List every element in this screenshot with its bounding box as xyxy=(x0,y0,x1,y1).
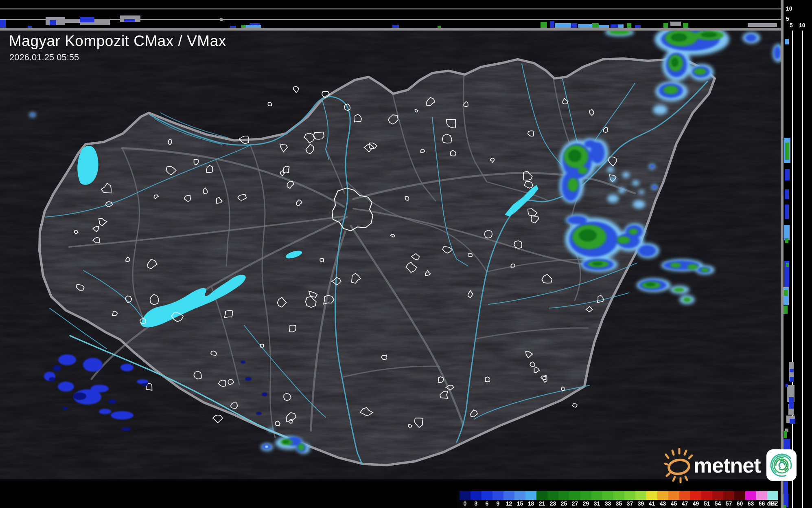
right-axis-label-10: 10 xyxy=(799,22,805,29)
colorbar-cell xyxy=(482,491,492,500)
colorbar-cell xyxy=(657,491,668,500)
colorbar-tick-label: 23 xyxy=(550,500,556,507)
colorbar-tick-label: 27 xyxy=(572,500,578,507)
right-axis-label-5: 5 xyxy=(790,22,793,29)
colorbar-tick-label: 37 xyxy=(627,500,633,507)
projection-echo xyxy=(785,169,790,180)
radar-map xyxy=(0,31,781,508)
page-title: Magyar Kompozit CMax / VMax xyxy=(9,33,226,50)
projection-echo xyxy=(785,205,789,219)
axis-corner: 10 5 5 10 xyxy=(784,0,812,31)
projection-echo xyxy=(80,17,94,22)
projection-echo xyxy=(783,505,786,508)
top-map-border xyxy=(0,28,781,31)
colorbar-unit: dBZ xyxy=(767,500,778,507)
projection-echo xyxy=(790,419,795,424)
colorbar-cell xyxy=(569,491,580,500)
colorbar-tick-label: 0 xyxy=(464,500,467,507)
projection-echo xyxy=(790,369,794,372)
colorbar-tick-label: 29 xyxy=(583,500,589,507)
colorbar-tick-label: 15 xyxy=(517,500,523,507)
colorbar-cell xyxy=(525,491,536,500)
right-map-border xyxy=(781,0,784,508)
colorbar-tick-label: 21 xyxy=(539,500,545,507)
projection-echo xyxy=(785,143,789,160)
colorbar-cell xyxy=(624,491,635,500)
projection-echo xyxy=(784,290,788,296)
colorbar-cell xyxy=(668,491,679,500)
top-axis-label-10: 10 xyxy=(786,5,792,12)
projection-echo xyxy=(683,23,688,28)
dbz-colorbar: 0369121518212325272931333537394143454749… xyxy=(457,490,781,508)
radar-echo-layer xyxy=(265,446,268,448)
metnet-logo: metnet xyxy=(660,446,798,485)
projection-echo xyxy=(124,19,135,22)
colorbar-cell xyxy=(503,491,514,500)
colorbar-tick-label: 49 xyxy=(693,500,699,507)
top-axis-label-5: 5 xyxy=(786,15,789,22)
colorbar-cell xyxy=(679,491,690,500)
colorbar-cell xyxy=(547,491,558,500)
colorbar-tick-label: 9 xyxy=(497,500,500,507)
projection-echo xyxy=(784,431,787,438)
projection-echo xyxy=(789,397,794,409)
colorbar-cell xyxy=(471,491,482,500)
colorbar-cell xyxy=(536,491,547,500)
projection-echo xyxy=(785,238,788,243)
projection-echo xyxy=(0,20,6,28)
colorbar-cell xyxy=(591,491,602,500)
colorbar-tick-label: 3 xyxy=(475,500,478,507)
colorbar-tick-label: 12 xyxy=(506,500,512,507)
logo-wordmark: metnet xyxy=(694,453,760,477)
timestamp: 2026.01.25 05:55 xyxy=(9,52,79,63)
projection-echo xyxy=(670,22,681,26)
metnet-app-icon xyxy=(766,448,798,482)
colorbar-tick-label: 35 xyxy=(616,500,622,507)
colorbar-cell xyxy=(580,491,591,500)
colorbar-tick-label: 47 xyxy=(682,500,688,507)
colorbar-cell xyxy=(492,491,503,500)
colorbar-tick-label: 45 xyxy=(671,500,677,507)
projection-echo xyxy=(220,18,223,21)
colorbar-tick-label: 66 xyxy=(759,500,765,507)
colorbar-tick-label: 6 xyxy=(486,500,489,507)
colorbar-tick-label: 25 xyxy=(561,500,567,507)
colorbar-cell xyxy=(690,491,701,500)
colorbar-cell xyxy=(701,491,712,500)
colorbar-tick-label: 57 xyxy=(726,500,732,507)
colorbar-tick-label: 31 xyxy=(594,500,600,507)
colorbar-cell xyxy=(514,491,525,500)
projection-echo xyxy=(748,23,777,27)
colorbar-cell xyxy=(613,491,624,500)
height-line-5km xyxy=(792,31,793,508)
colorbar-cell xyxy=(646,491,657,500)
colorbar-cell xyxy=(767,491,778,500)
projection-echo xyxy=(790,377,794,382)
colorbar-cell xyxy=(558,491,569,500)
colorbar-cell xyxy=(756,491,767,500)
projection-echo xyxy=(50,20,56,25)
colorbar-tick-label: 63 xyxy=(748,500,754,507)
vmax-top-projection xyxy=(0,0,781,28)
colorbar-tick-label: 33 xyxy=(605,500,611,507)
projection-echo xyxy=(786,384,788,387)
projection-echo xyxy=(784,306,788,314)
projection-echo xyxy=(663,23,668,28)
projection-echo xyxy=(785,39,789,44)
colorbar-cell xyxy=(723,491,734,500)
projection-echo xyxy=(785,189,789,199)
colorbar-cell xyxy=(602,491,613,500)
colorbar-cell xyxy=(635,491,646,500)
colorbar-cell xyxy=(712,491,723,500)
colorbar-cell xyxy=(460,491,471,500)
height-line-10km xyxy=(0,9,781,9)
vmax-right-projection xyxy=(784,31,812,508)
colorbar-cell xyxy=(745,491,756,500)
colorbar-tick-label: 51 xyxy=(704,500,710,507)
colorbar-tick-label: 41 xyxy=(649,500,655,507)
radar-screen: 10 5 5 10 xyxy=(0,0,812,508)
colorbar-tick-label: 60 xyxy=(737,500,743,507)
height-line-10km xyxy=(802,31,803,508)
colorbar-tick-label: 18 xyxy=(528,500,534,507)
colorbar-tick-label: 54 xyxy=(715,500,721,507)
